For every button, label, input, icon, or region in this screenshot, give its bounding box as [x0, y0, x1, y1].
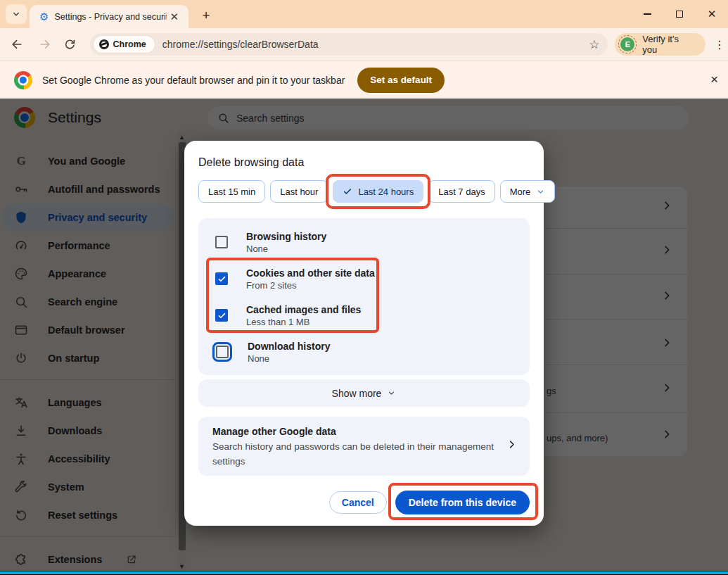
show-more-button[interactable]: Show more — [198, 379, 530, 407]
data-type-text: Cookies and other site dataFrom 2 sites — [246, 267, 375, 291]
time-chip-last-hour[interactable]: Last hour — [270, 180, 328, 203]
site-chip-label: Chrome — [113, 39, 146, 49]
checked-checkbox[interactable] — [215, 309, 228, 322]
maximize-button[interactable] — [663, 0, 696, 28]
window-controls: ✕ — [631, 0, 728, 28]
set-as-default-button[interactable]: Set as default — [357, 68, 445, 93]
chrome-logo-icon — [14, 71, 32, 89]
manage-title: Manage other Google data — [212, 426, 499, 437]
manage-google-data-row[interactable]: Manage other Google data Search history … — [198, 417, 530, 476]
verify-label: Verify it's you — [642, 34, 696, 55]
data-type-label: Browsing history — [246, 231, 326, 242]
url-text[interactable]: chrome://settings/clearBrowserData — [162, 39, 589, 50]
reload-button[interactable] — [59, 33, 82, 56]
site-chip[interactable]: Chrome — [93, 35, 155, 53]
taskbar-edge-line — [0, 571, 728, 575]
delete-browsing-data-dialog: Delete browsing data Last 15 minLast hou… — [184, 141, 544, 526]
chevron-right-icon — [506, 439, 517, 450]
verify-its-you-button[interactable]: E Verify it's you — [615, 33, 705, 56]
data-type-text: Browsing historyNone — [246, 231, 326, 254]
dialog-title: Delete browsing data — [198, 156, 304, 169]
banner-message: Set Google Chrome as your default browse… — [42, 75, 345, 86]
check-icon — [343, 187, 352, 196]
browser-window: ⚙ Settings - Privacy and security ✕ + ✕ … — [0, 0, 728, 575]
chevron-down-icon — [387, 388, 396, 398]
settings-gear-icon: ⚙ — [39, 11, 49, 22]
checkbox-hit-area[interactable] — [212, 272, 231, 285]
time-chip-label: More — [510, 187, 531, 197]
checkbox-hit-area[interactable] — [212, 342, 232, 362]
address-bar[interactable]: Chrome chrome://settings/clearBrowserDat… — [90, 33, 608, 56]
tab-strip: ⚙ Settings - Privacy and security ✕ + ✕ — [0, 0, 728, 28]
banner-close-icon[interactable]: × — [710, 72, 718, 86]
data-type-label: Download history — [248, 341, 330, 352]
time-chip-more[interactable]: More — [500, 180, 556, 203]
chevron-down-icon — [536, 187, 545, 196]
close-window-button[interactable]: ✕ — [696, 0, 728, 28]
delete-from-device-button[interactable]: Delete from this device — [395, 491, 530, 514]
data-type-text: Download historyNone — [248, 341, 330, 364]
data-type-row-cookies-and-other-site-data: Cookies and other site dataFrom 2 sites — [198, 260, 530, 297]
browser-tab-settings[interactable]: ⚙ Settings - Privacy and security ✕ — [30, 5, 189, 28]
unchecked-checkbox[interactable] — [215, 236, 228, 248]
time-chip-label: Last 7 days — [438, 187, 485, 197]
data-type-sublabel: Less than 1 MB — [246, 317, 361, 327]
default-browser-banner: Set Google Chrome as your default browse… — [0, 61, 728, 99]
time-range-chips: Last 15 minLast hourLast 24 hoursLast 7 … — [198, 180, 555, 203]
data-type-sublabel: None — [246, 244, 326, 254]
browser-menu-icon[interactable]: ⋮ — [711, 38, 728, 51]
time-chip-label: Last 24 hours — [358, 187, 414, 197]
new-tab-button[interactable]: + — [197, 6, 215, 25]
minimize-button[interactable] — [631, 0, 663, 28]
tab-title: Settings - Privacy and security — [54, 12, 167, 22]
data-type-sublabel: None — [248, 353, 330, 364]
tab-search-button[interactable] — [6, 4, 27, 24]
browser-toolbar: Chrome chrome://settings/clearBrowserDat… — [0, 28, 728, 61]
data-type-text: Cached images and filesLess than 1 MB — [246, 304, 361, 327]
checkbox-hit-area[interactable] — [212, 236, 231, 248]
time-chip-last-7-days[interactable]: Last 7 days — [428, 180, 495, 203]
data-types-panel: Browsing historyNoneCookies and other si… — [198, 218, 530, 375]
forward-button[interactable] — [34, 33, 56, 56]
data-type-row-cached-images-and-files: Cached images and filesLess than 1 MB — [198, 297, 530, 334]
time-chip-last-24-hours[interactable]: Last 24 hours — [333, 180, 423, 203]
time-chip-label: Last 15 min — [208, 187, 255, 197]
data-type-label: Cached images and files — [246, 304, 361, 315]
cancel-button[interactable]: Cancel — [329, 491, 387, 514]
data-type-sublabel: From 2 sites — [246, 280, 375, 291]
unchecked-checkbox[interactable] — [216, 346, 229, 358]
tab-close-icon[interactable]: ✕ — [167, 10, 181, 24]
show-more-label: Show more — [332, 388, 382, 399]
dialog-actions: Cancel Delete from this device — [329, 491, 530, 514]
checked-checkbox[interactable] — [215, 272, 228, 285]
bookmark-star-icon[interactable]: ☆ — [589, 37, 599, 52]
chrome-mono-icon — [99, 39, 109, 49]
checkbox-hit-area[interactable] — [212, 309, 231, 322]
annotated-chip-wrap: Last 24 hours — [333, 180, 423, 203]
back-button[interactable] — [6, 33, 28, 56]
data-type-row-browsing-history: Browsing historyNone — [198, 224, 530, 260]
manage-subtitle: Search history and passwords can be dele… — [212, 439, 499, 469]
time-chip-last-15-min[interactable]: Last 15 min — [198, 180, 265, 203]
avatar-dashed-ring: E — [618, 35, 637, 53]
data-type-row-download-history: Download historyNone — [198, 334, 530, 370]
chevron-down-icon — [11, 9, 21, 19]
avatar: E — [620, 37, 634, 51]
data-type-label: Cookies and other site data — [246, 267, 375, 279]
time-chip-label: Last hour — [280, 187, 318, 197]
